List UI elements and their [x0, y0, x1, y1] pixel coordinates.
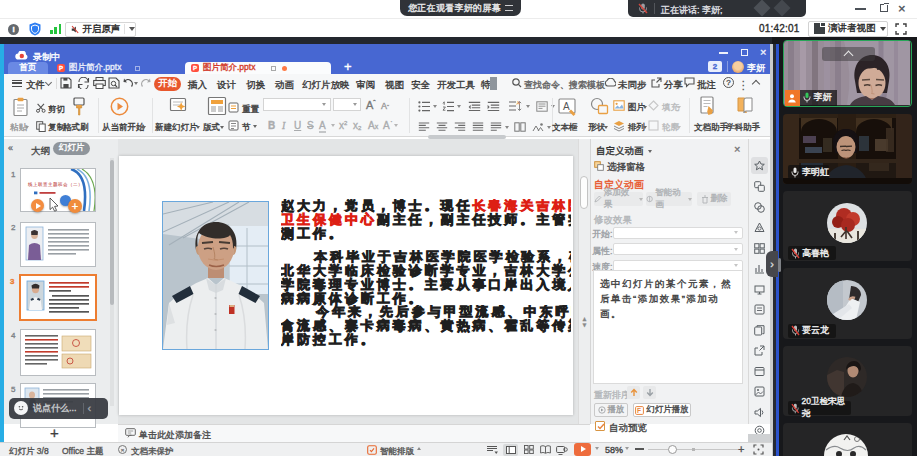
svg-text:F: F [637, 407, 641, 414]
svg-text:线上联查主题班会（二）: 线上联查主题班会（二） [27, 182, 83, 188]
svg-text:A: A [563, 101, 570, 112]
